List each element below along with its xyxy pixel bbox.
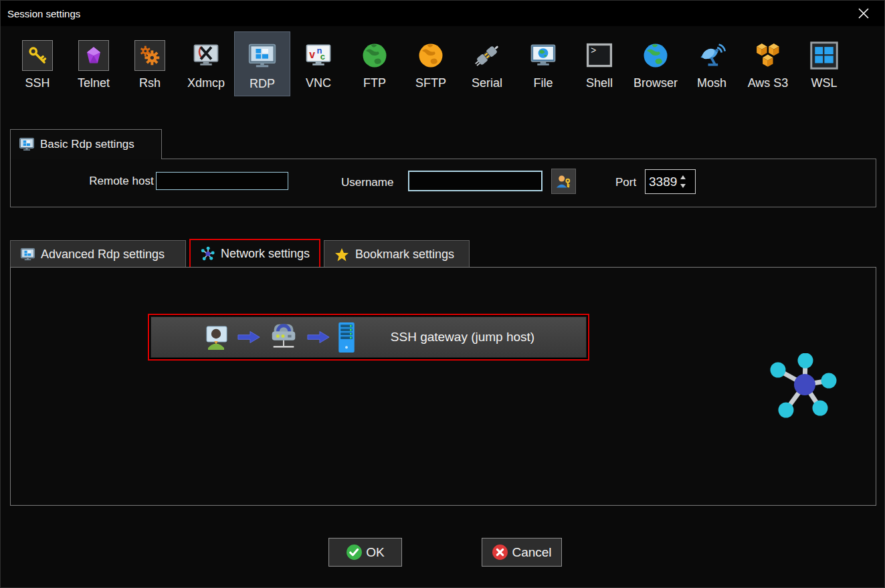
- protocol-tab-shell[interactable]: > Shell: [571, 31, 627, 96]
- protocol-tab-ssh[interactable]: SSH: [9, 31, 66, 96]
- credentials-button[interactable]: [551, 169, 576, 194]
- protocol-label: WSL: [811, 76, 837, 90]
- username-input[interactable]: [408, 171, 543, 191]
- gears-icon: [134, 40, 165, 71]
- protocol-tab-mosh[interactable]: Mosh: [684, 31, 740, 96]
- windows-icon: [809, 41, 839, 70]
- check-circle-icon: [346, 544, 363, 561]
- x-circle-icon: [492, 544, 508, 561]
- protocol-label: File: [533, 76, 553, 90]
- user-key-icon: [555, 173, 573, 191]
- protocol-label: Browser: [633, 76, 678, 90]
- orange-globe-icon: [417, 41, 445, 70]
- protocol-tab-ftp[interactable]: FTP: [347, 31, 403, 96]
- arrow-right-icon: [306, 330, 330, 345]
- protocol-label: Serial: [472, 76, 502, 90]
- gem-icon: [78, 40, 109, 71]
- svg-text:v: v: [309, 49, 315, 60]
- title-bar: Session settings: [1, 1, 884, 26]
- protocol-tab-file[interactable]: File: [515, 31, 571, 96]
- arrow-right-icon: [237, 330, 261, 345]
- protocol-label: VNC: [306, 76, 331, 90]
- terminal-icon: >: [585, 41, 614, 70]
- server-icon: [338, 322, 355, 353]
- protocol-label: RDP: [250, 77, 275, 91]
- protocol-label: Xdmcp: [187, 76, 225, 90]
- username-label: Username: [341, 174, 393, 191]
- svg-text:>: >: [591, 45, 596, 56]
- protocol-tab-browser[interactable]: Browser: [627, 31, 684, 96]
- network-nodes-icon: [200, 246, 215, 262]
- ssh-gateway-highlight: SSH gateway (jump host): [148, 314, 589, 361]
- vnc-monitor-icon: v n c: [304, 41, 332, 70]
- tab-label: Advanced Rdp settings: [41, 248, 165, 262]
- ssh-gateway-button[interactable]: SSH gateway (jump host): [151, 316, 587, 358]
- protocol-tab-rsh[interactable]: Rsh: [122, 31, 178, 96]
- globe-icon: [642, 41, 670, 70]
- rdp-monitor-icon: [19, 136, 35, 153]
- network-graph-illustration: [764, 353, 843, 421]
- tab-label: Bookmark settings: [355, 248, 454, 262]
- user-monitor-icon: [203, 324, 229, 351]
- protocol-label: FTP: [363, 76, 386, 90]
- tab-bookmark-settings[interactable]: Bookmark settings: [324, 240, 470, 268]
- spin-down-icon[interactable]: [680, 184, 686, 188]
- session-settings-window: { "window": { "title": "Session settings…: [0, 0, 885, 588]
- tab-label: Network settings: [221, 247, 310, 261]
- protocol-tab-sftp[interactable]: SFTP: [403, 31, 459, 96]
- remote-host-label: Remote host *: [51, 173, 161, 190]
- satellite-icon: [697, 41, 726, 70]
- protocol-tab-aws-s3[interactable]: Aws S3: [740, 31, 796, 96]
- protocol-label: SFTP: [415, 76, 446, 90]
- rdp-monitor-icon: [248, 41, 277, 71]
- spin-up-icon[interactable]: [680, 175, 686, 179]
- protocol-label: SSH: [25, 76, 50, 90]
- port-spinner: [645, 169, 696, 194]
- close-icon[interactable]: [852, 3, 875, 23]
- plug-icon: [472, 41, 502, 70]
- cubes-icon: [753, 41, 783, 70]
- x-monitor-icon: [192, 41, 220, 70]
- port-input[interactable]: [646, 175, 678, 189]
- remote-host-input[interactable]: [156, 172, 288, 190]
- gateway-router-icon: [268, 322, 299, 352]
- tab-basic-rdp-settings[interactable]: Basic Rdp settings: [10, 129, 162, 159]
- rdp-monitor-icon: [20, 247, 35, 262]
- ok-button[interactable]: OK: [328, 538, 402, 567]
- star-icon: [334, 247, 350, 263]
- protocol-tab-vnc[interactable]: v n c VNC: [290, 31, 347, 96]
- tab-advanced-rdp-settings[interactable]: Advanced Rdp settings: [10, 240, 186, 268]
- settings-tab-row: Advanced Rdp settings Network settings: [10, 239, 473, 268]
- green-globe-icon: [361, 41, 389, 70]
- protocol-tab-row: SSH Telnet: [9, 31, 852, 96]
- cancel-label: Cancel: [512, 545, 551, 560]
- cancel-button[interactable]: Cancel: [482, 538, 562, 567]
- protocol-tab-serial[interactable]: Serial: [459, 31, 515, 96]
- protocol-tab-xdmcp[interactable]: Xdmcp: [178, 31, 234, 96]
- protocol-label: Mosh: [697, 76, 726, 90]
- window-title: Session settings: [7, 8, 80, 19]
- protocol-tab-wsl[interactable]: WSL: [796, 31, 852, 96]
- protocol-tab-rdp[interactable]: RDP: [234, 31, 290, 96]
- tab-network-settings[interactable]: Network settings: [189, 239, 320, 268]
- port-label: Port: [615, 174, 636, 191]
- spinner-arrows: [680, 175, 686, 188]
- protocol-label: Rsh: [139, 76, 161, 90]
- file-monitor-icon: [529, 41, 557, 70]
- svg-text:c: c: [320, 52, 325, 62]
- protocol-label: Shell: [586, 76, 613, 90]
- key-icon: [22, 40, 53, 71]
- protocol-tab-telnet[interactable]: Telnet: [66, 31, 122, 96]
- protocol-label: Telnet: [78, 76, 110, 90]
- basic-settings-panel: Remote host * Username Port: [10, 159, 876, 207]
- network-settings-panel: SSH gateway (jump host): [10, 267, 876, 506]
- ssh-gateway-label: SSH gateway (jump host): [391, 330, 534, 345]
- ok-label: OK: [366, 545, 384, 560]
- tab-label: Basic Rdp settings: [40, 138, 134, 151]
- protocol-label: Aws S3: [748, 76, 789, 90]
